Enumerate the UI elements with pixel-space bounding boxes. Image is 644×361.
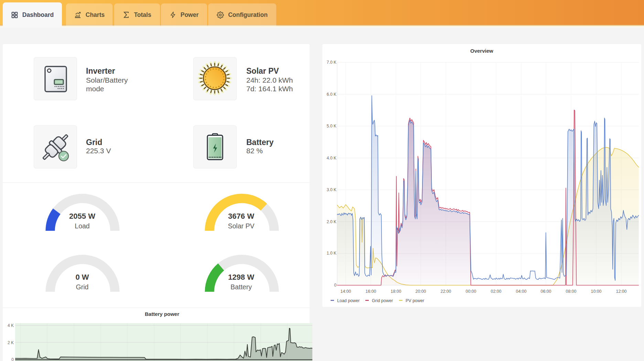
svg-text:20:00: 20:00 bbox=[416, 289, 426, 294]
svg-text:02:00: 02:00 bbox=[491, 289, 502, 294]
svg-text:06:00: 06:00 bbox=[541, 289, 551, 294]
svg-text:04:00: 04:00 bbox=[516, 289, 527, 294]
svg-text:0: 0 bbox=[11, 357, 14, 361]
svg-text:5.0 K: 5.0 K bbox=[327, 124, 336, 128]
svg-text:4.0 K: 4.0 K bbox=[327, 156, 336, 161]
svg-text:16:00: 16:00 bbox=[366, 289, 376, 294]
svg-text:3.0 K: 3.0 K bbox=[327, 187, 336, 192]
svg-text:10:00: 10:00 bbox=[591, 289, 602, 294]
svg-text:7.0 K: 7.0 K bbox=[327, 60, 336, 65]
svg-text:6.0 K: 6.0 K bbox=[327, 92, 336, 97]
svg-text:1.0 K: 1.0 K bbox=[327, 251, 336, 256]
svg-text:4 K: 4 K bbox=[8, 323, 14, 328]
svg-text:PV power: PV power bbox=[406, 298, 424, 303]
svg-text:22:00: 22:00 bbox=[441, 289, 451, 294]
svg-text:2 K: 2 K bbox=[8, 340, 14, 345]
svg-text:08:00: 08:00 bbox=[566, 289, 577, 294]
svg-text:14:00: 14:00 bbox=[341, 289, 351, 294]
svg-text:2.0 K: 2.0 K bbox=[327, 219, 336, 224]
svg-text:0: 0 bbox=[334, 283, 336, 288]
svg-text:12:00: 12:00 bbox=[616, 289, 627, 294]
svg-text:Grid power: Grid power bbox=[372, 298, 393, 303]
svg-text:18:00: 18:00 bbox=[391, 289, 401, 294]
svg-text:00:00: 00:00 bbox=[466, 289, 476, 294]
svg-text:Load power: Load power bbox=[337, 298, 359, 303]
